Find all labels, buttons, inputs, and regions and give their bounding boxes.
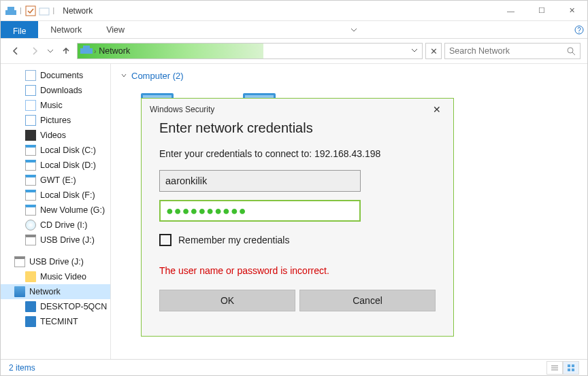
error-message: The user name or password is incorrect. bbox=[159, 265, 436, 276]
tree-item[interactable]: Local Disk (C:) bbox=[1, 143, 110, 158]
group-label: Computer (2) bbox=[131, 71, 184, 81]
comp-icon bbox=[25, 316, 36, 327]
tree-item-label: DESKTOP-5QCN bbox=[40, 302, 107, 311]
details-view-button[interactable] bbox=[546, 361, 563, 375]
tree-item-label: TECMINT bbox=[40, 317, 78, 326]
music-icon bbox=[25, 100, 36, 111]
tree-item[interactable]: Music Video bbox=[1, 269, 110, 284]
disk-icon bbox=[25, 160, 36, 171]
properties-icon[interactable] bbox=[24, 5, 37, 17]
title-bar: | | Network — ☐ ✕ bbox=[1, 1, 587, 21]
ribbon-tabs: File Network View ? bbox=[1, 21, 587, 39]
recent-locations-button[interactable] bbox=[46, 43, 55, 59]
vid-icon bbox=[25, 130, 36, 141]
close-button[interactable]: ✕ bbox=[557, 1, 587, 21]
tree-item[interactable]: Local Disk (F:) bbox=[1, 188, 110, 203]
stop-refresh-button[interactable]: ✕ bbox=[425, 43, 442, 59]
icons-view-button[interactable] bbox=[563, 361, 579, 375]
svg-rect-6 bbox=[80, 48, 93, 54]
svg-rect-21 bbox=[568, 364, 570, 367]
ok-button[interactable]: OK bbox=[159, 290, 295, 311]
tree-item[interactable]: TECMINT bbox=[1, 314, 110, 329]
search-input[interactable] bbox=[449, 46, 566, 56]
down-icon bbox=[25, 85, 36, 96]
minimize-button[interactable]: — bbox=[495, 1, 526, 21]
username-field[interactable]: aaronkilik bbox=[159, 170, 361, 192]
remember-checkbox[interactable]: Remember my credentials bbox=[159, 234, 436, 246]
comp-icon bbox=[25, 301, 36, 312]
tree-item-label: GWT (E:) bbox=[40, 175, 76, 185]
tree-item-label: USB Drive (J:) bbox=[40, 235, 95, 245]
address-text: Network bbox=[99, 46, 130, 56]
help-button[interactable]: ? bbox=[571, 21, 587, 38]
svg-rect-23 bbox=[568, 369, 570, 371]
dialog-close-button[interactable]: ✕ bbox=[429, 103, 445, 116]
address-bar[interactable]: › Network bbox=[77, 43, 423, 59]
network-location-icon bbox=[79, 44, 94, 58]
ribbon-expand-button[interactable] bbox=[343, 21, 365, 38]
tree-item[interactable]: USB Drive (J:) bbox=[1, 254, 110, 269]
credentials-dialog: Windows Security ✕ Enter network credent… bbox=[141, 98, 454, 337]
tree-item-label: Local Disk (F:) bbox=[40, 190, 95, 200]
password-field[interactable]: ●●●●●●●●●● bbox=[159, 200, 361, 222]
tree-item[interactable]: Downloads bbox=[1, 83, 110, 98]
tree-item[interactable]: Local Disk (D:) bbox=[1, 158, 110, 173]
navigation-bar: › Network ✕ bbox=[1, 39, 587, 63]
tree-item[interactable]: Network bbox=[1, 284, 110, 299]
new-folder-icon[interactable] bbox=[38, 5, 50, 17]
tree-item[interactable]: CD Drive (I:) bbox=[1, 218, 110, 233]
disk-icon bbox=[25, 145, 36, 156]
tree-item-label: Music bbox=[40, 101, 63, 110]
tree-item-label: Network bbox=[29, 287, 61, 296]
status-bar: 2 items bbox=[1, 359, 587, 375]
group-header[interactable]: Computer (2) bbox=[120, 71, 578, 81]
tree-item[interactable]: GWT (E:) bbox=[1, 173, 110, 188]
maximize-button[interactable]: ☐ bbox=[526, 1, 557, 21]
doc-icon bbox=[25, 70, 36, 81]
tree-item[interactable]: Documents bbox=[1, 68, 110, 83]
tree-item[interactable]: Pictures bbox=[1, 113, 110, 128]
tree-item-label: Pictures bbox=[40, 116, 71, 125]
cancel-button[interactable]: Cancel bbox=[299, 290, 436, 311]
window-title: Network bbox=[63, 6, 93, 16]
dialog-instruction: Enter your credentials to connect to: 19… bbox=[159, 148, 436, 159]
cd-icon bbox=[25, 220, 36, 230]
username-value: aaronkilik bbox=[165, 175, 207, 186]
disk-icon bbox=[25, 175, 36, 186]
forward-button[interactable] bbox=[27, 43, 43, 59]
up-button[interactable] bbox=[58, 43, 74, 59]
svg-rect-1 bbox=[7, 7, 14, 10]
search-icon bbox=[566, 46, 576, 56]
svg-rect-2 bbox=[26, 6, 35, 16]
disk-icon bbox=[25, 190, 36, 201]
app-icon bbox=[5, 5, 17, 17]
tree-item-label: Downloads bbox=[40, 86, 82, 95]
navigation-pane[interactable]: DocumentsDownloadsMusicPicturesVideosLoc… bbox=[1, 64, 111, 359]
svg-rect-0 bbox=[5, 10, 16, 15]
password-mask: ●●●●●●●●●● bbox=[166, 204, 247, 218]
folder-icon bbox=[25, 271, 36, 282]
tree-item-label: Documents bbox=[40, 71, 83, 80]
file-tab[interactable]: File bbox=[1, 21, 38, 38]
tab-network[interactable]: Network bbox=[38, 21, 94, 38]
qat-separator: | bbox=[53, 7, 55, 14]
dialog-heading: Enter network credentials bbox=[159, 120, 436, 136]
tree-item[interactable]: USB Drive (J:) bbox=[1, 233, 110, 247]
svg-line-9 bbox=[572, 52, 575, 55]
svg-rect-22 bbox=[572, 364, 574, 367]
tree-item[interactable]: New Volume (G:) bbox=[1, 203, 110, 218]
tree-item-label: Local Disk (C:) bbox=[40, 146, 96, 155]
tree-item[interactable]: Music bbox=[1, 98, 110, 113]
chevron-down-icon bbox=[120, 72, 127, 80]
svg-text:?: ? bbox=[577, 27, 581, 34]
tree-item[interactable]: Videos bbox=[1, 128, 110, 143]
checkbox-box bbox=[159, 234, 172, 246]
address-dropdown[interactable] bbox=[407, 47, 422, 55]
svg-point-8 bbox=[568, 48, 573, 53]
tree-item[interactable]: DESKTOP-5QCN bbox=[1, 299, 110, 314]
tab-view[interactable]: View bbox=[94, 21, 137, 38]
tree-item-label: Music Video bbox=[40, 272, 86, 281]
tree-item-label: USB Drive (J:) bbox=[29, 257, 84, 267]
back-button[interactable] bbox=[7, 43, 24, 59]
search-box[interactable] bbox=[444, 43, 581, 59]
